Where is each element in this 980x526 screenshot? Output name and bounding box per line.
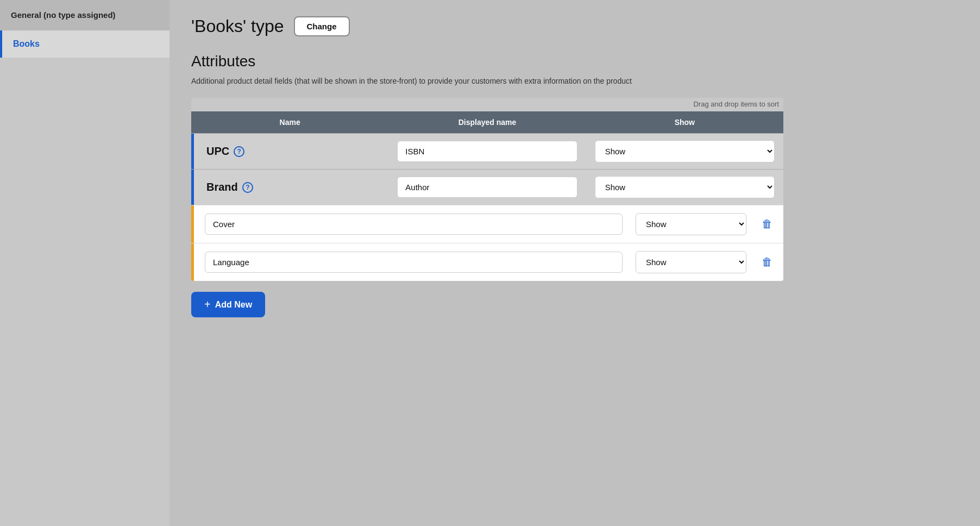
cover-delete-cell: 🗑 [751,210,783,238]
table-header: Name Displayed name Show [191,111,783,133]
add-new-plus-icon: + [204,298,211,311]
language-select-cell: Show Hide [631,243,751,281]
row-upc-select-cell: Show Hide [586,134,783,169]
language-delete-icon[interactable]: 🗑 [762,256,772,268]
upc-help-icon[interactable]: ? [234,146,244,157]
add-new-button[interactable]: + Add New [191,292,265,317]
attributes-title: Attributes [191,53,958,70]
language-delete-cell: 🗑 [751,248,783,276]
attributes-section: Attributes Additional product detail fie… [191,53,958,317]
cover-show-select[interactable]: Show Hide [636,213,746,235]
table-row-language: Show Hide 🗑 [191,243,783,281]
row-brand-input-cell [388,170,586,204]
cover-delete-icon[interactable]: 🗑 [762,218,772,230]
add-new-label: Add New [215,300,252,310]
col-displayed-name: Displayed name [388,111,586,133]
change-button[interactable]: Change [294,16,350,36]
table-row-brand: Brand ? Show Hide [191,169,783,205]
sidebar-item-books-label: Books [13,39,40,49]
sidebar: General (no type assigned) Books [0,0,169,526]
row-brand-label: Brand [206,181,238,193]
table-row-upc: UPC ? Show Hide [191,133,783,169]
language-name-input[interactable] [205,252,623,273]
upc-displayed-name-input[interactable] [397,141,577,162]
attributes-table: Drag and drop items to sort Name Display… [191,98,783,281]
language-row-border [191,243,194,281]
row-brand-select-cell: Show Hide [586,170,783,205]
cover-row-border [191,205,194,243]
brand-show-select[interactable]: Show Hide [595,176,775,198]
drag-hint: Drag and drop items to sort [191,98,783,111]
attributes-description: Additional product detail fields (that w… [191,76,680,87]
row-brand-name: Brand ? [191,171,388,203]
page-title: 'Books' type [191,16,284,36]
row-upc-label: UPC [206,145,229,158]
cover-name-input[interactable] [205,214,623,235]
col-name: Name [191,111,388,133]
main-content: 'Books' type Change Attributes Additiona… [169,0,980,526]
language-show-select[interactable]: Show Hide [636,251,746,273]
row-upc-input-cell [388,134,586,168]
row-upc-name: UPC ? [191,135,388,167]
language-input-cell [194,244,631,280]
page-header: 'Books' type Change [191,16,958,36]
sidebar-item-books[interactable]: Books [0,30,169,58]
cover-select-cell: Show Hide [631,205,751,243]
col-show: Show [586,111,783,133]
upc-show-select[interactable]: Show Hide [595,140,775,162]
cover-input-cell [194,206,631,242]
sidebar-general-label: General (no type assigned) [0,0,169,30]
brand-displayed-name-input[interactable] [397,177,577,198]
table-row-cover: Show Hide 🗑 [191,205,783,243]
brand-help-icon[interactable]: ? [242,182,253,193]
